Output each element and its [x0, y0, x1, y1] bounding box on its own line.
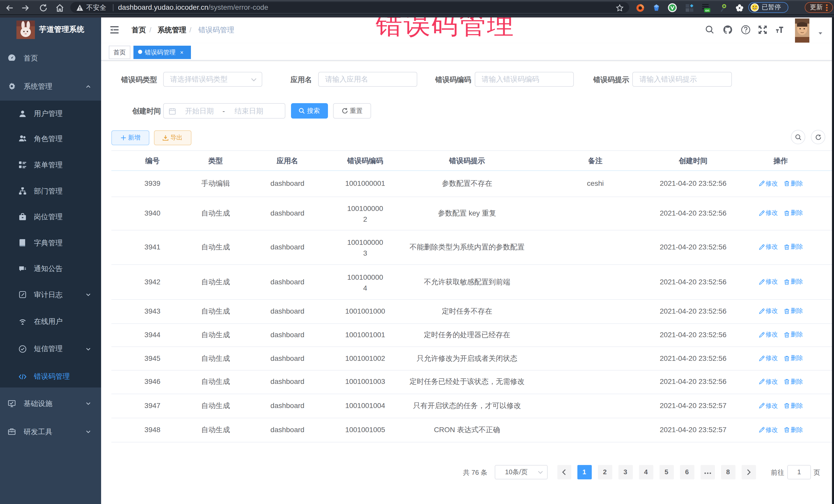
svg-text:on: on — [705, 8, 709, 12]
